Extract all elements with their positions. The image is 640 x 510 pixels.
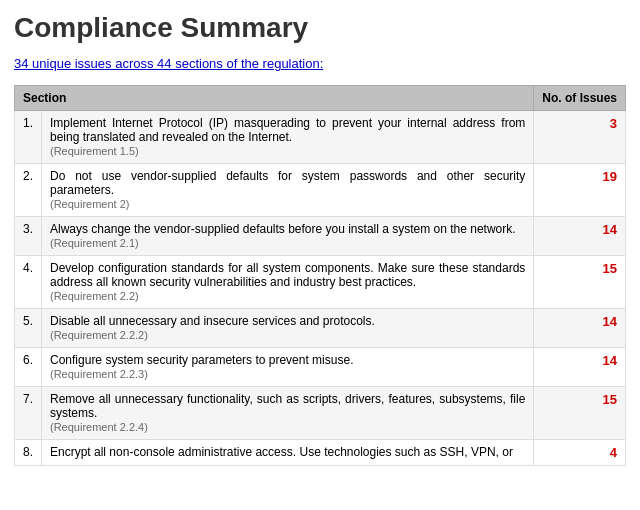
issues-header: No. of Issues xyxy=(534,86,626,111)
table-row: 8.Encrypt all non-console administrative… xyxy=(15,440,626,466)
row-number: 3. xyxy=(15,217,42,256)
row-requirement: (Requirement 1.5) xyxy=(50,145,139,157)
row-number: 1. xyxy=(15,111,42,164)
row-section: Configure system security parameters to … xyxy=(42,348,534,387)
section-header: Section xyxy=(15,86,534,111)
row-issues: 14 xyxy=(534,348,626,387)
row-issues: 4 xyxy=(534,440,626,466)
row-requirement: (Requirement 2.2) xyxy=(50,290,139,302)
table-row: 2.Do not use vendor-supplied defaults fo… xyxy=(15,164,626,217)
table-header-row: Section No. of Issues xyxy=(15,86,626,111)
row-section: Disable all unnecessary and insecure ser… xyxy=(42,309,534,348)
row-issues: 15 xyxy=(534,256,626,309)
row-requirement: (Requirement 2.2.3) xyxy=(50,368,148,380)
row-section: Always change the vendor-supplied defaul… xyxy=(42,217,534,256)
row-number: 2. xyxy=(15,164,42,217)
summary-link[interactable]: 34 unique issues across 44 sections of t… xyxy=(14,56,323,71)
compliance-table: Section No. of Issues 1.Implement Intern… xyxy=(14,85,626,466)
row-number: 7. xyxy=(15,387,42,440)
row-section: Implement Internet Protocol (IP) masquer… xyxy=(42,111,534,164)
table-row: 5.Disable all unnecessary and insecure s… xyxy=(15,309,626,348)
table-row: 1.Implement Internet Protocol (IP) masqu… xyxy=(15,111,626,164)
row-requirement: (Requirement 2.2.4) xyxy=(50,421,148,433)
row-number: 4. xyxy=(15,256,42,309)
row-requirement: (Requirement 2.1) xyxy=(50,237,139,249)
row-issues: 19 xyxy=(534,164,626,217)
row-requirement: (Requirement 2.2.2) xyxy=(50,329,148,341)
row-requirement: (Requirement 2) xyxy=(50,198,129,210)
table-row: 4.Develop configuration standards for al… xyxy=(15,256,626,309)
table-row: 3.Always change the vendor-supplied defa… xyxy=(15,217,626,256)
row-section: Encrypt all non-console administrative a… xyxy=(42,440,534,466)
row-issues: 3 xyxy=(534,111,626,164)
row-issues: 14 xyxy=(534,309,626,348)
row-section: Develop configuration standards for all … xyxy=(42,256,534,309)
row-number: 8. xyxy=(15,440,42,466)
row-number: 6. xyxy=(15,348,42,387)
row-number: 5. xyxy=(15,309,42,348)
row-section: Remove all unnecessary functionality, su… xyxy=(42,387,534,440)
row-section: Do not use vendor-supplied defaults for … xyxy=(42,164,534,217)
row-issues: 14 xyxy=(534,217,626,256)
table-row: 6.Configure system security parameters t… xyxy=(15,348,626,387)
page-container: Compliance Summary 34 unique issues acro… xyxy=(0,0,640,478)
table-row: 7.Remove all unnecessary functionality, … xyxy=(15,387,626,440)
row-issues: 15 xyxy=(534,387,626,440)
page-title: Compliance Summary xyxy=(14,12,626,44)
